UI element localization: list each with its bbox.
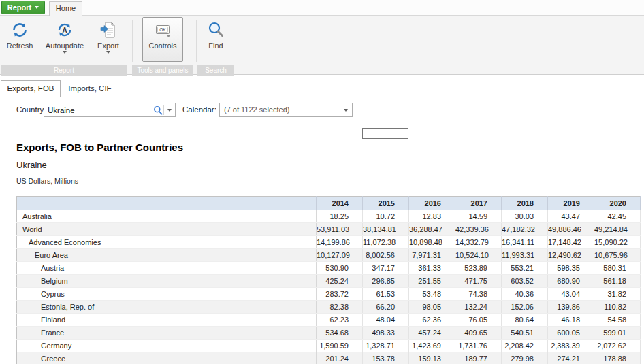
caret-down-icon xyxy=(344,109,348,112)
row-label[interactable]: Germany xyxy=(17,340,317,352)
report-menu-button[interactable]: Report xyxy=(1,1,45,14)
country-dropdown-button[interactable] xyxy=(164,103,175,116)
data-cell: 31.82 xyxy=(594,288,641,301)
caret-down-icon xyxy=(167,109,172,112)
table-row: Finland62.2348.0462.3676.0580.6446.1854.… xyxy=(17,314,641,327)
data-cell: 30.03 xyxy=(502,210,548,223)
data-cell: 159.13 xyxy=(409,352,455,364)
ribbon-separator xyxy=(132,20,133,62)
row-label[interactable]: France xyxy=(17,327,317,340)
data-cell: 17,148.42 xyxy=(548,236,594,249)
year-column-header: 2020 xyxy=(594,197,641,210)
data-cell: 534.68 xyxy=(317,327,363,340)
table-row: Cyprus283.7261.5353.4874.3840.3643.0431.… xyxy=(17,288,641,301)
svg-text:A: A xyxy=(62,27,67,34)
export-icon xyxy=(99,20,118,39)
data-cell: 471.75 xyxy=(455,275,502,288)
ribbon-tab-home[interactable]: Home xyxy=(49,1,82,16)
row-label[interactable]: Euro Area xyxy=(17,249,317,262)
table-row: France534.68498.33457.24409.65540.51600.… xyxy=(17,327,641,340)
data-cell: 10,675.96 xyxy=(594,249,641,262)
table-row: Advanced Economies14,199.8611,072.3810,8… xyxy=(17,236,641,249)
data-cell: 62.36 xyxy=(409,314,455,327)
ribbon-group-tools-panels: Tools and panels xyxy=(132,65,193,76)
table-row: Belgium425.24296.85251.55471.75603.52680… xyxy=(17,275,641,288)
row-label[interactable]: Belgium xyxy=(17,275,317,288)
table-row: Australia18.2510.7212.8314.5930.0343.474… xyxy=(17,210,641,223)
data-cell: 8,002.56 xyxy=(363,249,409,262)
tab-strip-border xyxy=(0,97,644,97)
data-cell: 48.04 xyxy=(363,314,409,327)
year-column-header: 2015 xyxy=(363,197,409,210)
country-label: Country: xyxy=(16,102,46,117)
data-cell: 14,332.79 xyxy=(455,236,502,249)
table-row: Estonia, Rep. of82.3866.2098.05132.24152… xyxy=(17,301,641,314)
row-label[interactable]: Austria xyxy=(17,262,317,275)
caret-down-icon xyxy=(35,6,39,9)
row-label[interactable]: Advanced Economies xyxy=(17,236,317,249)
calendar-dropdown-button[interactable] xyxy=(340,103,352,116)
ribbon-group-search: Search xyxy=(197,65,234,76)
caret-down-icon xyxy=(106,51,110,54)
ribbon: Refresh A Autoupdate xyxy=(0,15,644,75)
data-cell: 178.88 xyxy=(594,352,641,364)
country-input[interactable] xyxy=(44,104,152,116)
data-cell: 347.17 xyxy=(363,262,409,275)
data-cell: 10,524.10 xyxy=(455,249,502,262)
data-cell: 10.72 xyxy=(363,210,409,223)
data-cell: 425.24 xyxy=(317,275,363,288)
year-column-header: 2016 xyxy=(409,197,455,210)
data-cell: 10,127.09 xyxy=(317,249,363,262)
magnifier-icon xyxy=(206,20,225,39)
tab-exports-fob[interactable]: Exports, FOB xyxy=(1,80,61,97)
caret-down-icon xyxy=(63,51,67,54)
calendar-dropdown[interactable]: (7 of 1122 selected) xyxy=(219,103,353,117)
row-label[interactable]: Cyprus xyxy=(17,288,317,301)
data-cell: 153.78 xyxy=(363,352,409,364)
find-button[interactable]: Find xyxy=(202,17,229,62)
search-icon[interactable] xyxy=(152,103,163,116)
data-cell: 49,886.46 xyxy=(548,223,594,236)
row-label[interactable]: World xyxy=(17,223,317,236)
table-row: Greece201.24153.78159.13189.77279.98274.… xyxy=(17,352,641,364)
year-column-header: 2018 xyxy=(502,197,548,210)
tab-imports-cif[interactable]: Imports, CIF xyxy=(63,80,117,97)
row-label[interactable]: Finland xyxy=(17,314,317,327)
data-cell: 152.06 xyxy=(502,301,548,314)
data-cell: 76.05 xyxy=(455,314,502,327)
find-label: Find xyxy=(208,42,223,50)
data-cell: 201.24 xyxy=(317,352,363,364)
row-label[interactable]: Estonia, Rep. of xyxy=(17,301,317,314)
year-column-header: 2014 xyxy=(317,197,363,210)
data-cell: 283.72 xyxy=(317,288,363,301)
data-cell: 2,383.39 xyxy=(548,340,594,352)
row-label[interactable]: Australia xyxy=(17,210,317,223)
data-cell: 110.82 xyxy=(594,301,641,314)
data-cell: 42,339.36 xyxy=(455,223,502,236)
data-cell: 10,898.48 xyxy=(409,236,455,249)
data-cell: 38,134.81 xyxy=(363,223,409,236)
autoupdate-button[interactable]: A Autoupdate xyxy=(42,17,87,62)
data-cell: 80.64 xyxy=(502,314,548,327)
data-cell: 498.33 xyxy=(363,327,409,340)
data-cell: 7,971.31 xyxy=(409,249,455,262)
row-label[interactable]: Greece xyxy=(17,352,317,364)
refresh-button[interactable]: Refresh xyxy=(4,17,35,62)
export-button[interactable]: Export xyxy=(93,17,124,62)
data-cell: 139.86 xyxy=(548,301,594,314)
title-bar: Report Home xyxy=(0,0,644,15)
report-menu-label: Report xyxy=(7,3,31,12)
app-window: Report Home Refresh xyxy=(0,0,644,364)
data-cell: 132.24 xyxy=(455,301,502,314)
data-cell: 11,072.38 xyxy=(363,236,409,249)
data-cell: 561.18 xyxy=(594,275,641,288)
controls-button[interactable]: OK Controls xyxy=(142,17,183,62)
row-label-header xyxy=(17,197,317,210)
refresh-label: Refresh xyxy=(7,42,33,50)
table-row: Austria530.90347.17361.33523.89553.21598… xyxy=(17,262,641,275)
data-cell: 1,590.59 xyxy=(317,340,363,352)
empty-input-box[interactable] xyxy=(362,128,408,139)
calendar-label: Calendar: xyxy=(182,102,216,117)
data-cell: 66.20 xyxy=(363,301,409,314)
data-cell: 274.21 xyxy=(548,352,594,364)
